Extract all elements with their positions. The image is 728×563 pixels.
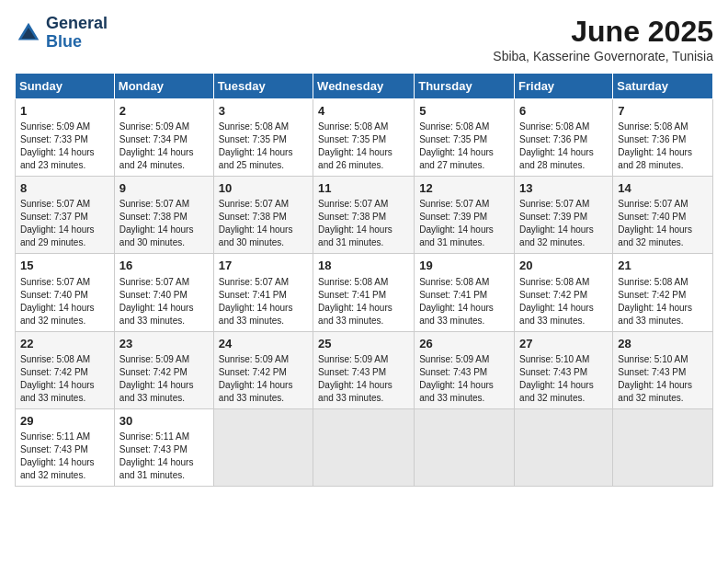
day-number: 7 [618,103,708,120]
day-info: Sunrise: 5:07 AM Sunset: 7:41 PM Dayligh… [219,276,308,327]
logo: General Blue [15,15,108,52]
day-info: Sunrise: 5:07 AM Sunset: 7:39 PM Dayligh… [419,198,509,249]
day-number: 21 [618,258,708,274]
day-info: Sunrise: 5:07 AM Sunset: 7:40 PM Dayligh… [618,198,708,249]
calendar-cell: 22Sunrise: 5:08 AM Sunset: 7:42 PM Dayli… [16,331,115,408]
day-number: 6 [519,103,608,120]
calendar-cell: 14Sunrise: 5:07 AM Sunset: 7:40 PM Dayli… [613,177,713,254]
day-number: 1 [20,103,109,120]
day-number: 12 [419,180,509,197]
day-number: 2 [119,103,209,120]
calendar-cell: 28Sunrise: 5:10 AM Sunset: 7:43 PM Dayli… [613,331,713,408]
calendar-cell: 18Sunrise: 5:08 AM Sunset: 7:41 PM Dayli… [313,254,415,331]
calendar-cell: 8Sunrise: 5:07 AM Sunset: 7:37 PM Daylig… [16,177,115,254]
col-header-friday: Friday [515,74,613,99]
calendar-cell: 26Sunrise: 5:09 AM Sunset: 7:43 PM Dayli… [415,331,515,408]
calendar-week-row: 22Sunrise: 5:08 AM Sunset: 7:42 PM Dayli… [16,331,713,408]
day-info: Sunrise: 5:08 AM Sunset: 7:36 PM Dayligh… [618,121,708,172]
calendar-cell: 4Sunrise: 5:08 AM Sunset: 7:35 PM Daylig… [313,99,415,177]
calendar-cell: 6Sunrise: 5:08 AM Sunset: 7:36 PM Daylig… [515,99,613,177]
day-number: 18 [318,258,409,274]
day-number: 28 [618,336,708,352]
calendar-cell: 5Sunrise: 5:08 AM Sunset: 7:35 PM Daylig… [415,99,515,177]
calendar-cell: 16Sunrise: 5:07 AM Sunset: 7:40 PM Dayli… [114,254,213,331]
day-number: 23 [119,336,209,352]
calendar-cell [313,408,415,486]
day-number: 3 [219,103,308,120]
day-info: Sunrise: 5:08 AM Sunset: 7:41 PM Dayligh… [419,276,509,327]
day-number: 19 [419,258,509,274]
day-info: Sunrise: 5:10 AM Sunset: 7:43 PM Dayligh… [519,353,608,405]
day-number: 8 [20,180,109,197]
day-info: Sunrise: 5:07 AM Sunset: 7:37 PM Dayligh… [20,198,109,249]
calendar-cell: 25Sunrise: 5:09 AM Sunset: 7:43 PM Dayli… [313,331,415,408]
logo-line2: Blue [46,33,108,52]
day-info: Sunrise: 5:11 AM Sunset: 7:43 PM Dayligh… [119,431,209,482]
col-header-saturday: Saturday [613,74,713,99]
calendar-cell: 17Sunrise: 5:07 AM Sunset: 7:41 PM Dayli… [213,254,313,331]
page-header: General Blue June 2025 Sbiba, Kasserine … [15,15,713,63]
day-info: Sunrise: 5:09 AM Sunset: 7:33 PM Dayligh… [20,121,109,172]
calendar-cell: 15Sunrise: 5:07 AM Sunset: 7:40 PM Dayli… [16,254,115,331]
calendar-week-row: 29Sunrise: 5:11 AM Sunset: 7:43 PM Dayli… [16,408,713,486]
day-number: 17 [219,258,308,274]
logo-icon [15,19,42,47]
calendar-cell [613,408,713,486]
col-header-monday: Monday [114,74,213,99]
day-number: 27 [519,336,608,352]
day-info: Sunrise: 5:08 AM Sunset: 7:41 PM Dayligh… [318,276,409,327]
day-number: 9 [119,180,209,197]
calendar-cell: 12Sunrise: 5:07 AM Sunset: 7:39 PM Dayli… [415,177,515,254]
day-info: Sunrise: 5:07 AM Sunset: 7:38 PM Dayligh… [219,198,308,249]
day-number: 16 [119,258,209,274]
title-area: June 2025 Sbiba, Kasserine Governorate, … [493,15,713,63]
col-header-wednesday: Wednesday [313,74,415,99]
logo-text: General Blue [46,15,108,52]
day-info: Sunrise: 5:08 AM Sunset: 7:35 PM Dayligh… [318,121,409,172]
day-number: 29 [20,413,109,430]
calendar-cell [515,408,613,486]
day-info: Sunrise: 5:09 AM Sunset: 7:43 PM Dayligh… [419,353,509,405]
day-number: 11 [318,180,409,197]
calendar-week-row: 1Sunrise: 5:09 AM Sunset: 7:33 PM Daylig… [16,99,713,177]
calendar-cell: 2Sunrise: 5:09 AM Sunset: 7:34 PM Daylig… [114,99,213,177]
day-number: 5 [419,103,509,120]
calendar-cell: 24Sunrise: 5:09 AM Sunset: 7:42 PM Dayli… [213,331,313,408]
day-number: 4 [318,103,409,120]
calendar-cell [213,408,313,486]
col-header-thursday: Thursday [415,74,515,99]
calendar-cell: 9Sunrise: 5:07 AM Sunset: 7:38 PM Daylig… [114,177,213,254]
day-number: 30 [119,413,209,430]
day-info: Sunrise: 5:08 AM Sunset: 7:42 PM Dayligh… [20,353,109,405]
calendar-week-row: 8Sunrise: 5:07 AM Sunset: 7:37 PM Daylig… [16,177,713,254]
logo-line1: General [46,15,108,33]
day-info: Sunrise: 5:09 AM Sunset: 7:42 PM Dayligh… [119,353,209,405]
day-info: Sunrise: 5:08 AM Sunset: 7:42 PM Dayligh… [618,276,708,327]
day-info: Sunrise: 5:09 AM Sunset: 7:34 PM Dayligh… [119,121,209,172]
day-info: Sunrise: 5:09 AM Sunset: 7:43 PM Dayligh… [318,353,409,405]
calendar-week-row: 15Sunrise: 5:07 AM Sunset: 7:40 PM Dayli… [16,254,713,331]
day-number: 24 [219,336,308,352]
day-info: Sunrise: 5:08 AM Sunset: 7:35 PM Dayligh… [219,121,308,172]
day-number: 26 [419,336,509,352]
calendar-cell: 20Sunrise: 5:08 AM Sunset: 7:42 PM Dayli… [515,254,613,331]
calendar-cell: 13Sunrise: 5:07 AM Sunset: 7:39 PM Dayli… [515,177,613,254]
day-number: 20 [519,258,608,274]
calendar-cell: 27Sunrise: 5:10 AM Sunset: 7:43 PM Dayli… [515,331,613,408]
day-info: Sunrise: 5:07 AM Sunset: 7:38 PM Dayligh… [119,198,209,249]
calendar-cell [415,408,515,486]
day-info: Sunrise: 5:08 AM Sunset: 7:42 PM Dayligh… [519,276,608,327]
calendar-table: SundayMondayTuesdayWednesdayThursdayFrid… [15,73,713,487]
day-number: 15 [20,258,109,274]
calendar-header-row: SundayMondayTuesdayWednesdayThursdayFrid… [16,74,713,99]
day-info: Sunrise: 5:08 AM Sunset: 7:35 PM Dayligh… [419,121,509,172]
day-info: Sunrise: 5:10 AM Sunset: 7:43 PM Dayligh… [618,353,708,405]
calendar-cell: 7Sunrise: 5:08 AM Sunset: 7:36 PM Daylig… [613,99,713,177]
day-info: Sunrise: 5:07 AM Sunset: 7:40 PM Dayligh… [119,276,209,327]
calendar-cell: 10Sunrise: 5:07 AM Sunset: 7:38 PM Dayli… [213,177,313,254]
calendar-cell: 1Sunrise: 5:09 AM Sunset: 7:33 PM Daylig… [16,99,115,177]
day-number: 13 [519,180,608,197]
day-info: Sunrise: 5:08 AM Sunset: 7:36 PM Dayligh… [519,121,608,172]
month-year: June 2025 [493,15,713,49]
calendar-cell: 21Sunrise: 5:08 AM Sunset: 7:42 PM Dayli… [613,254,713,331]
